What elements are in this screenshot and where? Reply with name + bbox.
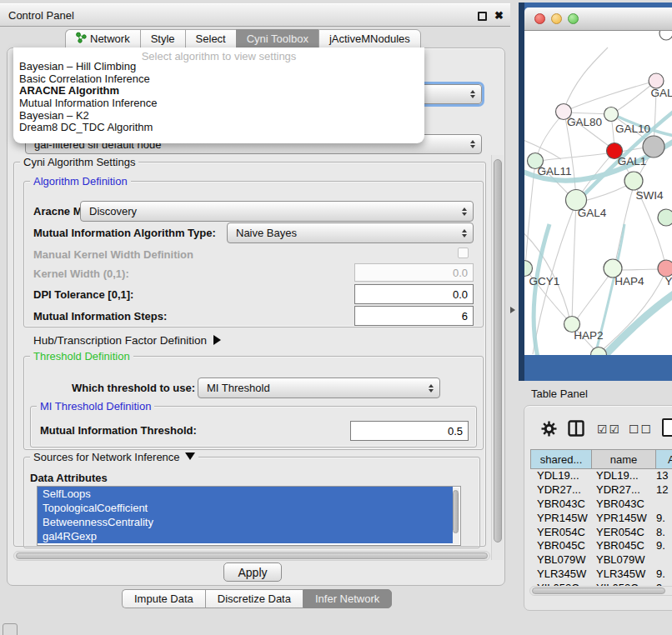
table-row[interactable]: YDL19...YDL19...13 — [530, 469, 672, 483]
table-row[interactable]: YBR043CYBR043C — [530, 498, 672, 512]
float-window-icon[interactable] — [478, 12, 487, 21]
network-node-y[interactable] — [658, 260, 672, 277]
table-body: YDL19...YDL19...13YDR27...YDR27...12YBR0… — [530, 469, 672, 594]
table-cell: YBR045C — [589, 539, 652, 553]
algorithm-option[interactable]: Bayesian – Hill Climbing — [13, 61, 424, 73]
mi-type-combo[interactable]: Naive Bayes — [227, 222, 474, 243]
scrollbar-thumb[interactable] — [453, 490, 459, 533]
tab-impute-data[interactable]: Impute Data — [122, 589, 205, 608]
zoom-traffic-light-icon[interactable] — [568, 13, 579, 24]
node-label: GCY1 — [529, 275, 560, 288]
minimized-panel-chip[interactable] — [3, 623, 18, 635]
new-document-icon[interactable] — [662, 418, 672, 437]
scrollbar-thumb[interactable] — [16, 552, 488, 559]
tab-style[interactable]: Style — [140, 29, 185, 48]
attribute-list-scrollbar[interactable] — [453, 488, 459, 544]
tab-discretize-data-label: Discretize Data — [218, 592, 291, 605]
data-attributes-list[interactable]: SelfLoopsTopologicalCoefficientBetweenne… — [37, 486, 461, 546]
attribute-item[interactable]: BetweennessCentrality — [38, 515, 453, 529]
table-row[interactable]: YBL079WYBL079W — [530, 553, 672, 568]
which-threshold-combo[interactable]: MI Threshold — [198, 378, 440, 398]
dpi-tolerance-field[interactable]: 0.0 — [354, 284, 474, 304]
table-horizontal-scrollbar[interactable] — [529, 586, 672, 596]
control-panel: Control Panel ✖ Network Style Select Cyn… — [0, 0, 510, 635]
network-view-frame[interactable]: GALGAL80GAL10GAL1SWI4GAL11GAL4GCY1HAP4YH… — [519, 2, 672, 381]
tab-cyni-toolbox[interactable]: Cyni Toolbox — [236, 29, 318, 48]
column-header-name[interactable]: name — [592, 450, 656, 468]
tab-select[interactable]: Select — [185, 29, 236, 48]
network-window-titlebar[interactable] — [524, 8, 672, 31]
table-cell: 8. — [652, 526, 672, 540]
tab-network[interactable]: Network — [65, 29, 140, 48]
select-all-checked-icon[interactable]: ☑☑ — [597, 422, 621, 436]
scrollbar-thumb[interactable] — [494, 159, 502, 542]
collapse-down-icon[interactable] — [185, 452, 195, 460]
tab-infer-network-label: Infer Network — [315, 592, 379, 605]
attribute-item[interactable]: TopologicalCoefficient — [38, 501, 453, 515]
algorithm-option[interactable]: Dream8 DC_TDC Algorithm — [13, 122, 424, 134]
settings-horizontal-scrollbar[interactable] — [13, 551, 490, 561]
inference-algorithm-combo[interactable] — [417, 84, 482, 104]
table-row[interactable]: YPR145WYPR145W9. — [530, 512, 672, 526]
attribute-item[interactable]: SelfLoops — [38, 487, 453, 501]
apply-button[interactable]: Apply — [223, 562, 282, 582]
network-canvas[interactable]: GALGAL80GAL10GAL1SWI4GAL11GAL4GCY1HAP4YH… — [524, 31, 672, 355]
stepper-icon — [466, 140, 479, 148]
panel-splitter-arrow-icon[interactable] — [510, 307, 515, 313]
table-row[interactable]: YLR345WYLR345W9. — [530, 568, 672, 582]
close-traffic-light-icon[interactable] — [534, 13, 545, 24]
network-graph: GALGAL80GAL10GAL1SWI4GAL11GAL4GCY1HAP4YH… — [524, 31, 672, 355]
algorithm-option[interactable]: Basic Correlation Inference — [13, 73, 424, 86]
node-label: GAL — [650, 87, 672, 99]
bottom-tabs: Impute Data Discretize Data Infer Networ… — [122, 589, 392, 608]
algorithm-option[interactable]: Mutual Information Inference — [13, 98, 424, 110]
mi-steps-field[interactable]: 6 — [354, 306, 474, 326]
network-node-gcy1[interactable] — [524, 261, 533, 277]
tab-discretize-data[interactable]: Discretize Data — [205, 589, 303, 608]
algorithm-option[interactable]: Bayesian – K2 — [13, 110, 424, 122]
dpi-tolerance-value: 0.0 — [453, 288, 468, 301]
column-header-cut[interactable]: A — [656, 450, 672, 468]
node-label: Y — [664, 275, 672, 288]
network-node-swi4[interactable] — [624, 172, 643, 190]
deselect-all-icon[interactable]: ☐☐ — [629, 422, 653, 436]
network-node[interactable] — [659, 31, 672, 40]
network-node[interactable] — [658, 209, 672, 226]
tab-jactivemnodules[interactable]: jActiveMNodules — [318, 29, 421, 48]
close-icon[interactable]: ✖ — [494, 9, 504, 22]
hub-expander[interactable]: Hub/Transcription Factor Definition — [33, 334, 221, 347]
sources-title-label: Sources for Network Inference — [33, 451, 180, 463]
node-label: GAL80 — [567, 116, 602, 128]
which-threshold-value: MI Threshold — [198, 382, 424, 394]
attribute-item[interactable]: gal4RGexp — [38, 529, 453, 543]
mi-threshold-field[interactable]: 0.5 — [350, 421, 469, 441]
settings-group-title: Cyni Algorithm Settings — [20, 156, 138, 168]
mi-threshold-value: 0.5 — [448, 425, 463, 438]
table-header: shared... name A — [530, 449, 672, 469]
table-cell: YBR043C — [589, 498, 652, 512]
tab-select-label: Select — [196, 32, 226, 45]
sources-group-title[interactable]: Sources for Network Inference — [30, 451, 198, 463]
settings-gear-icon[interactable] — [541, 421, 557, 440]
kernel-width-field[interactable]: 0.0 — [354, 263, 474, 282]
table-cell: 13 — [652, 469, 672, 483]
network-node-gal10[interactable] — [604, 108, 619, 122]
algorithm-option[interactable]: ARACNE Algorithm — [13, 85, 424, 98]
table-cell: YER054C — [589, 526, 652, 540]
scrollbar-thumb[interactable] — [532, 588, 665, 594]
table-row[interactable]: YDR27...YDR27...12 — [530, 483, 672, 498]
table-row[interactable]: YER054CYER054C8. — [530, 526, 672, 540]
hub-expander-label: Hub/Transcription Factor Definition — [33, 334, 207, 347]
column-header-shared[interactable]: shared... — [531, 450, 592, 468]
threshold-definition-title: Threshold Definition — [30, 350, 133, 362]
manual-kernel-checkbox[interactable] — [458, 248, 469, 258]
tab-infer-network[interactable]: Infer Network — [303, 589, 392, 608]
minimize-traffic-light-icon[interactable] — [551, 13, 562, 24]
settings-vertical-scrollbar[interactable] — [491, 155, 504, 560]
table-panel: ☑☑ ☐☐ shared... name A YDL19...YDL19...1… — [524, 405, 672, 611]
expand-right-icon[interactable] — [213, 335, 221, 345]
control-panel-title: Control Panel — [0, 9, 74, 22]
aracne-mode-combo[interactable]: Discovery — [80, 201, 474, 222]
table-row[interactable]: YBR045CYBR045C9. — [530, 539, 672, 553]
column-layout-icon[interactable] — [568, 420, 584, 440]
